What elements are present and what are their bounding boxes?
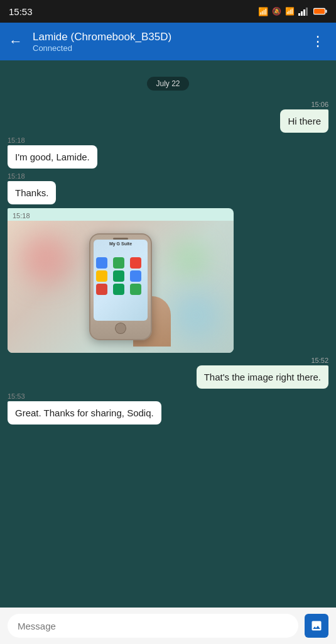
chat-area: July 22 15:06 Hi there 15:18 I'm good, L… bbox=[0, 60, 336, 608]
status-time: 15:53 bbox=[9, 6, 33, 17]
message-row: 15:18 Thanks. bbox=[8, 172, 56, 204]
message-bubble: Great. Thanks for sharing, Sodiq. bbox=[8, 401, 161, 425]
app-icon bbox=[130, 284, 141, 295]
message-bubble: Thanks. bbox=[8, 181, 56, 204]
svg-rect-1 bbox=[301, 11, 303, 16]
app-header: ← Lamide (Chromebook_B35D) Connected ⋮ bbox=[0, 23, 336, 60]
send-button[interactable] bbox=[305, 614, 328, 638]
app-icon bbox=[113, 270, 124, 282]
image-attach-icon bbox=[310, 619, 323, 632]
message-bubble: That's the image right there. bbox=[197, 365, 328, 389]
message-input[interactable] bbox=[8, 614, 298, 638]
battery-icon bbox=[313, 8, 327, 15]
app-icon bbox=[96, 270, 107, 282]
header-info: Lamide (Chromebook_B35D) Connected bbox=[33, 31, 298, 53]
status-bar: 15:53 📶 🔕 📶 bbox=[0, 0, 336, 23]
svg-rect-6 bbox=[314, 9, 325, 14]
contact-name: Lamide (Chromebook_B35D) bbox=[33, 31, 298, 43]
app-icon bbox=[130, 257, 141, 269]
connection-status: Connected bbox=[33, 43, 298, 53]
image-message-row: 15:18 My G Suite bbox=[8, 208, 234, 353]
phone-screen: My G Suite bbox=[94, 240, 148, 321]
message-row: 15:53 Great. Thanks for sharing, Sodiq. bbox=[8, 392, 161, 425]
app-icon bbox=[113, 284, 124, 295]
message-time: 15:18 bbox=[8, 136, 25, 144]
message-bubble: I'm good, Lamide. bbox=[8, 145, 97, 169]
image-message-time: 15:18 bbox=[8, 208, 234, 221]
back-button[interactable]: ← bbox=[6, 31, 25, 52]
signal-icon bbox=[298, 7, 310, 16]
svg-rect-5 bbox=[326, 10, 327, 13]
more-options-button[interactable]: ⋮ bbox=[306, 31, 330, 52]
message-time: 15:06 bbox=[311, 101, 328, 108]
phone-image: My G Suite bbox=[8, 221, 234, 353]
phone-home-button bbox=[115, 323, 126, 334]
message-row: 15:18 I'm good, Lamide. bbox=[8, 136, 97, 169]
app-icon bbox=[96, 284, 107, 295]
message-time: 15:52 bbox=[311, 357, 328, 364]
date-badge: July 22 bbox=[147, 77, 188, 91]
app-icon bbox=[113, 257, 124, 269]
message-row: 15:06 Hi there bbox=[280, 101, 328, 133]
wifi-icon: 📶 bbox=[285, 7, 295, 16]
app-icon bbox=[96, 257, 107, 269]
message-bubble: Hi there bbox=[280, 109, 328, 133]
status-icons: 📶 🔕 📶 bbox=[258, 7, 327, 16]
message-time: 15:53 bbox=[8, 392, 25, 400]
app-grid bbox=[94, 255, 148, 297]
image-bubble: 15:18 My G Suite bbox=[8, 208, 234, 353]
svg-rect-3 bbox=[306, 8, 308, 16]
svg-rect-2 bbox=[303, 9, 305, 16]
input-bar bbox=[0, 608, 336, 644]
svg-rect-0 bbox=[298, 13, 300, 16]
message-row: 15:52 That's the image right there. bbox=[197, 357, 328, 389]
phone-graphic: My G Suite bbox=[89, 233, 152, 340]
message-time: 15:18 bbox=[8, 172, 25, 180]
mute-icon: 🔕 bbox=[272, 7, 281, 16]
app-icon bbox=[130, 270, 141, 282]
bluetooth-icon: 📶 bbox=[258, 7, 268, 16]
